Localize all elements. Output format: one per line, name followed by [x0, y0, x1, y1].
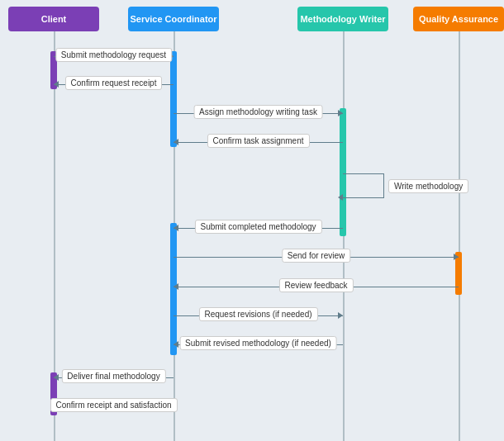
- message-label-msg7: Send for review: [282, 249, 350, 263]
- activation-writer: [340, 108, 346, 236]
- message-msg7: Send for review: [174, 257, 459, 258]
- actor-coordinator: Service Coordinator: [128, 7, 219, 31]
- message-label-msg11: Deliver final methodology: [61, 369, 165, 383]
- lifeline-writer: [343, 31, 345, 441]
- sequence-diagram: ClientService CoordinatorMethodology Wri…: [0, 0, 504, 441]
- message-label-msg8: Review feedback: [278, 278, 353, 292]
- message-msg4: Confirm task assignment: [174, 142, 343, 143]
- lifeline-qa: [459, 31, 460, 441]
- message-msg11: Deliver final methodology: [54, 377, 174, 378]
- message-label-msg1: Submit methodology request: [55, 48, 172, 62]
- message-msg12: Confirm receipt and satisfaction: [54, 406, 174, 407]
- message-msg9: Request revisions (if needed): [174, 315, 343, 316]
- message-msg1: Submit methodology request: [54, 56, 174, 57]
- message-label-msg9: Request revisions (if needed): [198, 307, 317, 321]
- message-msg3: Assign methodology writing task: [174, 113, 343, 114]
- message-label-msg12: Confirm receipt and satisfaction: [50, 398, 177, 412]
- message-label-msg4: Confirm task assignment: [207, 134, 309, 148]
- message-label-msg6: Submit completed methodology: [194, 220, 321, 234]
- message-msg8: Review feedback: [174, 287, 459, 287]
- message-msg6: Submit completed methodology: [174, 228, 343, 229]
- actor-qa: Quality Assurance: [413, 7, 504, 31]
- actor-writer: Methodology Writer: [297, 7, 388, 31]
- actor-client: Client: [8, 7, 99, 31]
- message-label-msg5: Write methodology: [388, 179, 468, 193]
- message-label-msg10: Submit revised methodology (if needed): [179, 336, 337, 350]
- message-label-msg3: Assign methodology writing task: [193, 105, 323, 119]
- activation-coordinator: [170, 51, 177, 147]
- message-msg5: Write methodology: [343, 173, 384, 198]
- message-label-msg2: Confirm request receipt: [65, 76, 163, 90]
- message-msg10: Submit revised methodology (if needed): [174, 344, 343, 345]
- message-msg2: Confirm request receipt: [54, 84, 174, 85]
